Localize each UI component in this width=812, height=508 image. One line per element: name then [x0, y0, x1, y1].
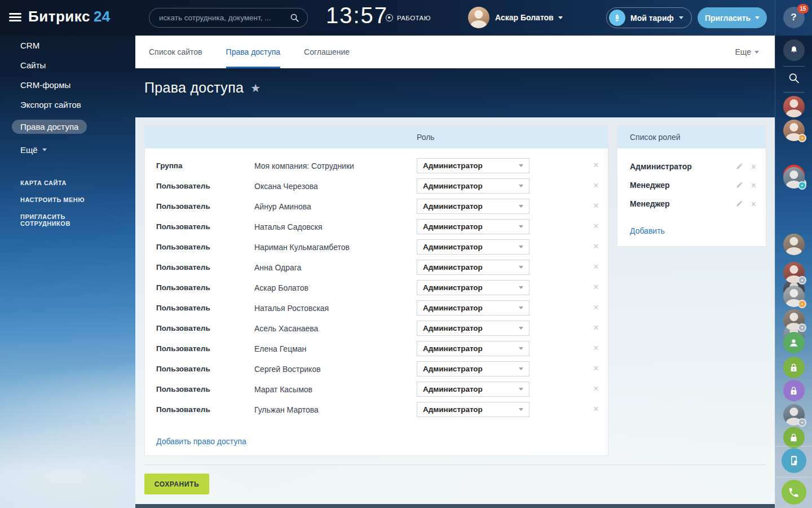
- favorite-star-icon[interactable]: ★: [250, 81, 261, 95]
- save-button[interactable]: СОХРАНИТЬ: [144, 474, 209, 494]
- status-record-icon: [386, 14, 393, 21]
- tab-agreement[interactable]: Соглашение: [304, 36, 350, 68]
- role-select[interactable]: Администратор: [417, 382, 529, 397]
- role-select[interactable]: Администратор: [417, 239, 529, 255]
- sidebar-footer: КАРТА САЙТА НАСТРОИТЬ МЕНЮ ПРИГЛАСИТЬ СО…: [0, 174, 135, 232]
- remove-row-icon[interactable]: ×: [593, 176, 599, 195]
- role-select[interactable]: Администратор: [417, 402, 529, 417]
- row-subject-type: Группа: [156, 156, 183, 176]
- chevron-down-icon: [519, 225, 523, 228]
- divider: [144, 465, 766, 465]
- role-select[interactable]: Администратор: [417, 361, 529, 376]
- employees-icon[interactable]: [783, 332, 805, 353]
- bell-icon[interactable]: [783, 40, 805, 61]
- lock-icon[interactable]: [783, 357, 805, 378]
- remove-row-icon[interactable]: ×: [593, 318, 599, 338]
- role-select[interactable]: Администратор: [417, 199, 529, 214]
- role-select[interactable]: Администратор: [417, 280, 529, 295]
- chevron-down-icon: [519, 408, 523, 411]
- phone-call-icon[interactable]: [782, 480, 806, 505]
- sidebar-item-access-rights[interactable]: Права доступа: [0, 115, 135, 139]
- delete-role-icon[interactable]: ×: [751, 177, 756, 194]
- lock-icon[interactable]: [783, 427, 805, 448]
- sidebar-item-invite-employees[interactable]: ПРИГЛАСИТЬ СОТРУДНИКОВ: [0, 208, 135, 232]
- list-item: Менеджер ×: [617, 176, 766, 195]
- rail-search-icon[interactable]: [788, 72, 800, 84]
- remove-row-icon[interactable]: ×: [593, 400, 599, 419]
- row-subject-type: Пользователь: [156, 318, 210, 339]
- tab-more-menu[interactable]: Еще: [735, 36, 760, 68]
- search-input[interactable]: [159, 14, 290, 22]
- table-row: Пользователь Елена Гецман Администратор …: [145, 339, 608, 359]
- add-role-link[interactable]: Добавить: [630, 226, 665, 235]
- divider: [775, 477, 812, 478]
- menu-hamburger-icon[interactable]: [9, 13, 21, 22]
- messenger-rail: ? 15 2: [775, 0, 812, 508]
- remove-row-icon[interactable]: ×: [593, 237, 599, 256]
- chevron-down-icon: [519, 185, 523, 187]
- row-subject-name: Наталья Ростовская: [254, 298, 329, 318]
- chat-avatar[interactable]: [783, 286, 805, 307]
- table-row: Пользователь Аскар Болатов Администратор…: [145, 278, 608, 298]
- delete-role-icon[interactable]: ×: [751, 159, 756, 176]
- row-subject-name: Айнур Аминова: [254, 196, 311, 217]
- work-clock[interactable]: 13:57: [326, 3, 388, 28]
- remove-row-icon[interactable]: ×: [593, 196, 599, 216]
- chat-avatar[interactable]: [783, 167, 805, 189]
- divider: [783, 92, 805, 93]
- role-select[interactable]: Администратор: [417, 300, 529, 316]
- search-icon[interactable]: [290, 13, 299, 23]
- edit-pencil-icon[interactable]: [736, 163, 743, 170]
- remove-row-icon[interactable]: ×: [593, 339, 599, 358]
- edit-pencil-icon[interactable]: [736, 181, 743, 189]
- role-select[interactable]: Администратор: [417, 219, 529, 234]
- row-subject-name: Асель Хасанаева: [254, 318, 318, 339]
- add-access-right-link[interactable]: Добавить право доступа: [156, 437, 246, 446]
- help-icon[interactable]: ? 15: [783, 7, 805, 28]
- sidebar-item-configure-menu[interactable]: НАСТРОИТЬ МЕНЮ: [0, 191, 135, 208]
- sidebar-item-more[interactable]: Ещё: [0, 140, 135, 160]
- role-select[interactable]: Администратор: [417, 158, 529, 173]
- row-subject-name: Елена Гецман: [254, 339, 306, 359]
- delete-role-icon[interactable]: ×: [751, 196, 756, 213]
- invite-button[interactable]: Пригласить: [698, 7, 767, 28]
- tab-access-rights[interactable]: Права доступа: [226, 36, 280, 68]
- app-logo[interactable]: Битрикс24: [28, 8, 111, 25]
- remove-row-icon[interactable]: ×: [593, 278, 599, 297]
- user-avatar[interactable]: [468, 7, 489, 28]
- table-row: Пользователь Нариман Кульмагамбетов Адми…: [145, 237, 608, 257]
- role-name: Менеджер: [630, 176, 670, 195]
- sidebar-item-crm-forms[interactable]: CRM-формы: [0, 75, 135, 95]
- remove-row-icon[interactable]: ×: [593, 257, 599, 277]
- remove-row-icon[interactable]: ×: [593, 156, 599, 175]
- row-subject-type: Пользователь: [156, 359, 210, 379]
- remove-row-icon[interactable]: ×: [593, 217, 599, 236]
- role-select[interactable]: Администратор: [417, 341, 529, 356]
- away-clock-badge: [798, 300, 806, 308]
- sidebar-item-crm[interactable]: CRM: [0, 36, 135, 55]
- sidebar-item-sites[interactable]: Сайты: [0, 55, 135, 75]
- sidebar-item-site-export[interactable]: Экспорт сайтов: [0, 95, 135, 115]
- chat-avatar[interactable]: [783, 309, 805, 331]
- sidebar-item-sitemap[interactable]: КАРТА САЙТА: [0, 174, 135, 191]
- chat-avatar[interactable]: [783, 234, 805, 255]
- chevron-down-icon: [679, 16, 683, 19]
- lock-alt-icon[interactable]: [783, 380, 805, 401]
- tab-site-list[interactable]: Список сайтов: [149, 36, 202, 68]
- edit-pencil-icon[interactable]: [736, 200, 743, 207]
- role-select[interactable]: Администратор: [417, 321, 529, 336]
- chat-avatar[interactable]: [783, 120, 805, 141]
- chat-avatar[interactable]: [783, 96, 805, 117]
- remove-row-icon[interactable]: ×: [593, 359, 599, 378]
- remove-row-icon[interactable]: ×: [593, 298, 599, 317]
- work-status-toggle[interactable]: РАБОТАЮ: [386, 14, 431, 21]
- top-bar: Битрикс24 13:57 РАБОТАЮ Аскар Болатов Мо…: [0, 0, 812, 36]
- user-menu[interactable]: Аскар Болатов: [495, 13, 563, 22]
- role-select[interactable]: Администратор: [417, 178, 529, 194]
- chat-avatar[interactable]: [783, 262, 805, 283]
- mobile-sync-icon[interactable]: [782, 448, 806, 473]
- chat-avatar[interactable]: [783, 404, 805, 426]
- remove-row-icon[interactable]: ×: [593, 379, 599, 398]
- plan-button[interactable]: Мой тариф: [606, 7, 692, 28]
- role-select[interactable]: Администратор: [417, 260, 529, 275]
